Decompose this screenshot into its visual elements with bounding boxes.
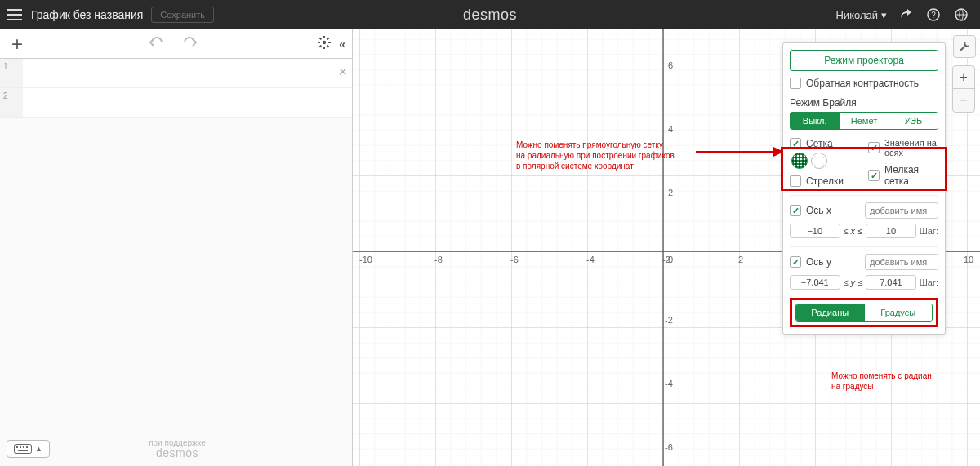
minor-grid-checkbox[interactable]	[868, 170, 880, 181]
y-rel: ≤ y ≤	[844, 277, 863, 287]
svg-point-3	[323, 40, 326, 43]
menu-icon[interactable]	[0, 0, 29, 29]
minor-grid-label: Мелкая сетка	[884, 164, 938, 187]
zoom-in-button[interactable]: +	[953, 66, 974, 89]
y-tick: -2	[665, 315, 673, 325]
x-tick: -10	[359, 255, 372, 264]
svg-rect-5	[16, 446, 18, 448]
y-max[interactable]: 7.041	[866, 275, 916, 290]
svg-text:?: ?	[931, 11, 936, 20]
annotation-grid: Можно поменять прямоугольную сетку на ра…	[516, 140, 696, 171]
redo-icon[interactable]	[181, 37, 198, 51]
save-button[interactable]: Сохранить	[151, 7, 214, 23]
polar-grid-icon[interactable]	[811, 153, 827, 169]
svg-rect-6	[20, 446, 21, 448]
reverse-contrast-checkbox[interactable]	[790, 78, 801, 89]
degrees-button[interactable]: Градусы	[864, 304, 933, 321]
add-expression-button[interactable]: +	[7, 33, 28, 55]
projector-mode-button[interactable]: Режим проектора	[790, 50, 938, 71]
graph-area[interactable]: -10 -8 -6 -4 -2 0 2 10 6 4 2 -2 -4 -6 Ре…	[353, 29, 980, 466]
expr-index: 1	[0, 59, 23, 87]
x-tick: -8	[434, 255, 443, 264]
x-tick: 0	[668, 255, 673, 264]
graph-settings-panel: Режим проектора Обратная контрастность Р…	[782, 42, 946, 335]
x-tick: 10	[964, 255, 973, 264]
expression-row[interactable]: 1 ×	[0, 59, 352, 88]
desmos-logo: desmos	[463, 0, 517, 29]
app-header: График без названия Сохранить desmos Ник…	[0, 0, 980, 29]
grid-label: Сетка	[806, 138, 833, 149]
help-icon[interactable]: ?	[924, 6, 942, 24]
user-menu[interactable]: Николай ▾	[835, 9, 887, 21]
radians-button[interactable]: Радианы	[796, 304, 864, 321]
braille-title: Режим Брайля	[790, 97, 938, 109]
expr-index: 2	[0, 88, 23, 117]
braille-off[interactable]: Выкл.	[791, 113, 839, 129]
language-icon[interactable]	[952, 6, 970, 24]
caret-up-icon: ▲	[35, 445, 42, 453]
arrows-checkbox[interactable]	[790, 175, 801, 187]
wrench-icon[interactable]	[953, 35, 976, 58]
x-rel: ≤ x ≤	[844, 226, 863, 236]
expression-sidebar: + « 1 × 2 ▲	[0, 29, 353, 466]
svg-rect-4	[15, 444, 32, 453]
annotation-units: Можно поменять с радиан на градусы	[831, 371, 954, 392]
zoom-out-button[interactable]: −	[953, 89, 974, 112]
share-icon[interactable]	[897, 6, 915, 24]
x-axis-name-input[interactable]	[865, 202, 938, 219]
caret-down-icon: ▾	[881, 9, 887, 21]
y-step-label: Шаг:	[920, 277, 938, 287]
close-icon[interactable]: ×	[338, 64, 347, 81]
zoom-controls: + −	[952, 65, 975, 113]
user-name: Николай	[835, 9, 878, 21]
y-tick: 4	[668, 124, 673, 134]
sidebar-toolbar: + «	[0, 29, 352, 59]
angle-units-segmented: Радианы Градусы	[795, 304, 933, 322]
y-min[interactable]: −7.041	[790, 275, 840, 290]
y-tick: 2	[668, 188, 673, 197]
x-axis-checkbox[interactable]	[790, 205, 801, 216]
y-tick: -6	[665, 442, 673, 452]
y-axis-checkbox[interactable]	[790, 256, 801, 268]
x-step-label: Шаг:	[920, 226, 938, 236]
powered-by: при поддержке desmos	[50, 438, 305, 459]
expression-list: 1 × 2	[0, 59, 352, 466]
x-min[interactable]: −10	[790, 224, 840, 238]
keyboard-button[interactable]: ▲	[7, 440, 50, 458]
x-tick: -6	[510, 255, 519, 264]
y-axis-label: Ось y	[806, 256, 831, 268]
graph-title[interactable]: График без названия	[29, 8, 146, 21]
svg-rect-9	[18, 450, 28, 451]
svg-rect-8	[26, 446, 28, 448]
x-tick: -4	[586, 255, 595, 264]
y-tick: -4	[665, 379, 673, 388]
rect-grid-icon[interactable]	[791, 153, 808, 169]
x-tick: 2	[738, 255, 743, 264]
undo-icon[interactable]	[149, 37, 165, 51]
axis-numbers-checkbox[interactable]	[868, 142, 880, 153]
y-tick: 6	[668, 60, 673, 70]
axis-numbers-label: Значения на осях	[884, 138, 938, 158]
arrows-label: Стрелки	[806, 175, 844, 187]
reverse-contrast-label: Обратная контрастность	[806, 78, 919, 89]
braille-segmented: Выкл. Немет УЭБ	[790, 112, 938, 130]
y-axis-name-input[interactable]	[865, 254, 938, 270]
expressions-settings-icon[interactable]	[318, 36, 331, 52]
grid-checkbox[interactable]	[790, 138, 801, 149]
x-axis-label: Ось x	[806, 205, 831, 216]
x-max[interactable]: 10	[866, 224, 916, 238]
braille-ueb[interactable]: УЭБ	[889, 113, 938, 129]
annotation-arrow-icon	[696, 140, 786, 164]
svg-rect-7	[23, 446, 24, 448]
expression-row[interactable]: 2	[0, 88, 352, 118]
collapse-sidebar-icon[interactable]: «	[339, 38, 345, 51]
braille-nemeth[interactable]: Немет	[839, 113, 888, 129]
